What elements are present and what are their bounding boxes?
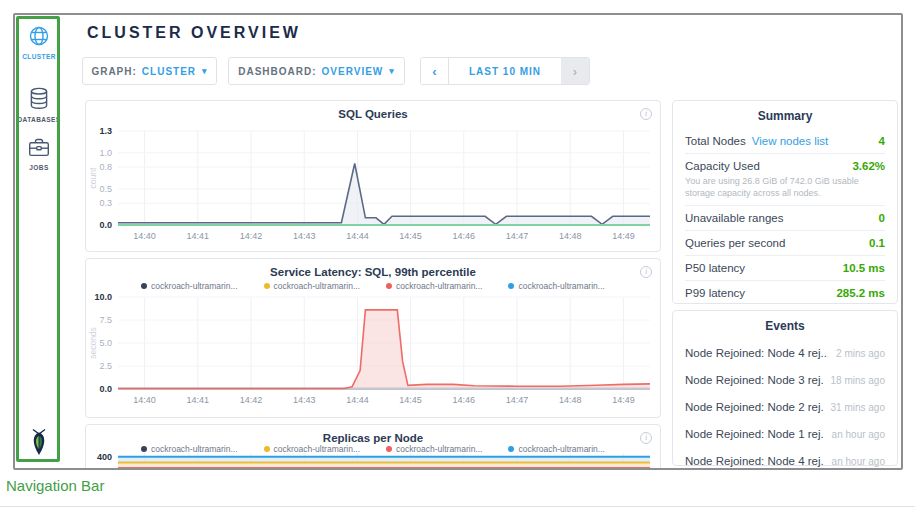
summary-row-capacity-used: Capacity Used 3.62% You are using 26.8 G… [685, 154, 885, 206]
summary-row-p99-latency: P99 latency 285.2 ms [685, 281, 885, 305]
svg-text:14:41: 14:41 [187, 395, 210, 405]
events-title: Events [685, 311, 885, 339]
legend-dot-icon [141, 283, 147, 289]
summary-label: P99 latency [685, 287, 745, 299]
chevron-down-icon: ▾ [202, 66, 208, 76]
events-panel: Events Node Rejoined: Node 4 rej... 2 mi… [672, 310, 898, 466]
database-icon [29, 96, 49, 113]
svg-text:14:42: 14:42 [240, 231, 263, 241]
time-range-label[interactable]: LAST 10 MIN [449, 58, 561, 84]
summary-row-p50-latency: P50 latency 10.5 ms [685, 256, 885, 281]
svg-text:14:46: 14:46 [453, 231, 476, 241]
legend-item[interactable]: cockroach-ultramarin... [386, 281, 482, 291]
summary-value: 10.5 ms [843, 262, 885, 274]
svg-text:14:49: 14:49 [612, 231, 635, 241]
summary-value: 0 [879, 212, 885, 224]
svg-text:14:41: 14:41 [187, 231, 210, 241]
svg-text:14:48: 14:48 [559, 395, 582, 405]
graph-dropdown-value: CLUSTER [142, 66, 196, 77]
summary-row-queries-per-second: Queries per second 0.1 [685, 231, 885, 256]
legend-dot-icon [386, 283, 392, 289]
summary-row-unavailable-ranges: Unavailable ranges 0 [685, 206, 885, 231]
summary-value: 0.1 [869, 237, 885, 249]
chevron-down-icon: ▾ [389, 66, 395, 76]
replicas-per-node-chart: 400 [88, 451, 658, 470]
sql-queries-chart: 0.00.30.50.81.01.314:4014:4114:4214:4314… [88, 123, 658, 251]
annotation-navigation-bar: Navigation Bar [6, 477, 104, 494]
event-label: Node Rejoined: Node 1 rej... [685, 428, 824, 440]
dashboard-dropdown-value: OVERVIEW [322, 66, 384, 77]
sidebar-item-databases[interactable]: DATABASES [15, 87, 63, 123]
svg-text:1.3: 1.3 [99, 126, 112, 136]
legend-dot-icon [508, 283, 514, 289]
dashboard-dropdown[interactable]: DASHBOARD: OVERVIEW ▾ [228, 57, 405, 85]
sidebar-item-label: CLUSTER [15, 53, 63, 60]
sidebar-item-label: JOBS [15, 164, 63, 171]
svg-text:14:45: 14:45 [399, 395, 422, 405]
event-row: Node Rejoined: Node 4 rej... an hour ago [685, 447, 885, 470]
svg-text:14:43: 14:43 [293, 395, 316, 405]
svg-text:400: 400 [97, 452, 112, 462]
summary-label: Total Nodes [685, 135, 746, 147]
replicas-per-node-chart-card: Replicas per Node i cockroach-ultramarin… [85, 424, 661, 470]
event-time: 31 mins ago [823, 402, 885, 413]
summary-label: Capacity Used [685, 160, 760, 172]
svg-text:14:42: 14:42 [240, 395, 263, 405]
app-window: CLUSTER DATABASES [13, 13, 903, 470]
sidebar-item-jobs[interactable]: JOBS [15, 137, 63, 171]
svg-text:seconds: seconds [88, 327, 98, 359]
navigation-bar-highlight-box [16, 16, 60, 462]
event-label: Node Rejoined: Node 3 rej... [685, 374, 823, 386]
chart-legend: cockroach-ultramarin...cockroach-ultrama… [86, 281, 660, 291]
svg-text:14:44: 14:44 [346, 395, 369, 405]
svg-text:14:47: 14:47 [506, 395, 529, 405]
summary-label: Queries per second [685, 237, 785, 249]
view-nodes-list-link[interactable]: View nodes list [752, 135, 829, 147]
cockroachdb-logo[interactable] [15, 428, 63, 460]
svg-text:14:48: 14:48 [559, 231, 582, 241]
svg-text:10.0: 10.0 [94, 293, 112, 302]
sidebar-item-label: DATABASES [15, 116, 63, 123]
service-latency-chart: 0.02.55.07.510.014:4014:4114:4214:4314:4… [88, 293, 658, 415]
info-icon[interactable]: i [640, 108, 652, 120]
summary-value: 3.62% [852, 160, 885, 172]
svg-text:14:49: 14:49 [612, 395, 635, 405]
sql-queries-chart-card: SQL Queries i 0.00.30.50.81.01.314:4014:… [85, 100, 661, 252]
summary-panel: Summary Total Nodes View nodes list 4 Ca… [672, 100, 898, 304]
event-time: an hour ago [824, 456, 885, 467]
graph-dropdown[interactable]: GRAPH: CLUSTER ▾ [82, 57, 217, 85]
svg-text:7.5: 7.5 [99, 315, 112, 325]
svg-text:2.5: 2.5 [99, 361, 112, 371]
legend-item[interactable]: cockroach-ultramarin... [264, 281, 360, 291]
event-label: Node Rejoined: Node 4 rej... [685, 455, 824, 467]
event-label: Node Rejoined: Node 4 rej... [685, 347, 828, 359]
sidebar-item-cluster[interactable]: CLUSTER [15, 25, 63, 60]
globe-icon [28, 33, 50, 50]
summary-value: 4 [879, 135, 885, 147]
svg-text:14:40: 14:40 [133, 395, 156, 405]
svg-text:count: count [88, 167, 98, 188]
time-range-selector: ‹ LAST 10 MIN › [420, 57, 590, 85]
page-title: CLUSTER OVERVIEW [87, 24, 301, 42]
event-label: Node Rejoined: Node 2 rej... [685, 401, 823, 413]
event-time: an hour ago [824, 429, 885, 440]
chart-title: Service Latency: SQL, 99th percentile [86, 266, 660, 278]
chart-title: Replicas per Node [86, 432, 660, 444]
legend-dot-icon [264, 283, 270, 289]
legend-item[interactable]: cockroach-ultramarin... [508, 281, 604, 291]
svg-text:0.0: 0.0 [99, 384, 112, 394]
svg-text:1.0: 1.0 [99, 148, 112, 158]
graph-dropdown-prefix: GRAPH: [91, 66, 136, 77]
svg-text:14:45: 14:45 [399, 231, 422, 241]
svg-text:14:43: 14:43 [293, 231, 316, 241]
summary-label: Unavailable ranges [685, 212, 783, 224]
svg-text:0.8: 0.8 [99, 162, 112, 172]
summary-row-total-nodes: Total Nodes View nodes list 4 [685, 129, 885, 154]
event-time: 18 mins ago [823, 375, 885, 386]
legend-item[interactable]: cockroach-ultramarin... [141, 281, 237, 291]
time-range-prev-button[interactable]: ‹ [421, 58, 449, 84]
info-icon[interactable]: i [640, 432, 652, 444]
info-icon[interactable]: i [640, 266, 652, 278]
event-row: Node Rejoined: Node 3 rej... 18 mins ago [685, 366, 885, 393]
dashboard-dropdown-prefix: DASHBOARD: [238, 66, 316, 77]
